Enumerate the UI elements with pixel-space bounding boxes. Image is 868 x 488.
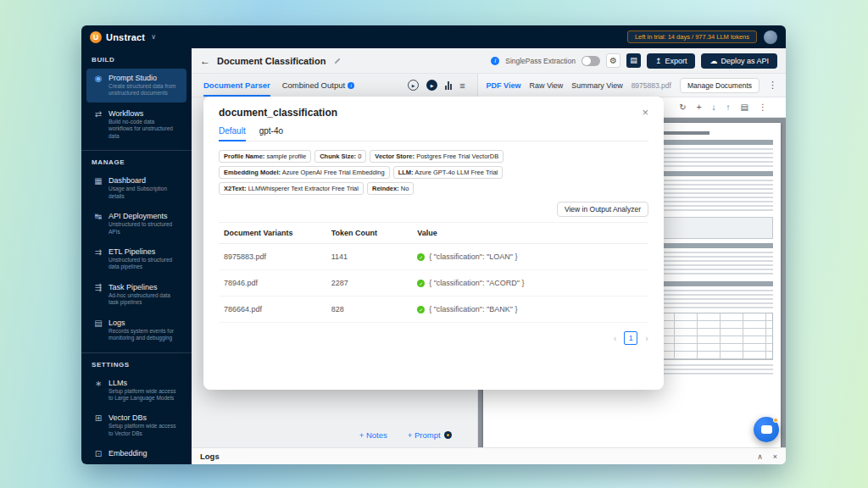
sidebar-item-dashboard[interactable]: ▦ Dashboard Usage and Subscription detai…	[86, 171, 186, 205]
sidebar-item-api-deployments[interactable]: ↹ API Deployments Unstructured to struct…	[86, 207, 186, 241]
brand-menu[interactable]: U Unstract ∨	[90, 31, 156, 43]
sidebar-item-desc: Usage and Subscription details	[108, 186, 180, 200]
token-count-cell: 2287	[326, 270, 412, 297]
export-button[interactable]: ↥ Export	[647, 53, 696, 69]
pdf-more-icon[interactable]: ⋮	[759, 103, 767, 112]
help-chat-button[interactable]	[754, 417, 779, 442]
tab-raw-view[interactable]: Raw View	[529, 81, 563, 90]
rotate-icon[interactable]: ↻	[679, 103, 686, 112]
sidebar-item-etl-pipelines[interactable]: ⇉ ETL Pipelines Unstructured to structur…	[86, 242, 186, 276]
play-circle-icon[interactable]: ▶	[408, 80, 419, 91]
prompt-info-badge	[444, 431, 452, 439]
prompt-pane-tabs: Document Parser Combined Output i ▶ ▶ ≡	[192, 74, 477, 97]
tab-label: Combined Output	[282, 80, 345, 90]
profile-chips: Profile Name: sample profile Chunk Size:…	[219, 150, 648, 195]
modal-tabs: Default gpt-4o	[219, 126, 648, 141]
unstract-logo-icon: U	[90, 31, 102, 43]
sidebar-section-manage: MANAGE	[81, 151, 192, 169]
success-status-icon: ✓	[417, 306, 425, 313]
tab-document-parser[interactable]: Document Parser	[203, 74, 270, 97]
sidebar-item-label: ETL Pipelines	[108, 247, 180, 256]
modal-close-icon[interactable]: ×	[642, 107, 648, 118]
sidebar-item-llms[interactable]: ∗ LLMs Setup platform wide access to Lar…	[86, 374, 186, 408]
sidebar-item-label: API Deployments	[108, 212, 180, 220]
chip-value: Postgres Free Trial VectorDB	[416, 152, 498, 160]
add-notes-button[interactable]: + Notes	[359, 430, 387, 440]
settings-gear-icon[interactable]: ⚙	[606, 53, 620, 68]
sidebar-item-desc: Build no-code data workflows for unstruc…	[108, 119, 180, 140]
list-view-icon[interactable]: ≡	[459, 80, 465, 91]
tab-pdf-view[interactable]: PDF View	[487, 81, 521, 90]
sidebar-item-desc: Ad-hoc unstructured data task pipelines	[108, 292, 180, 307]
analytics-icon[interactable]	[445, 81, 452, 90]
logs-close-icon[interactable]: ×	[773, 452, 777, 461]
chip-label: Vector Store:	[375, 152, 415, 160]
document-variant-cell: 78946.pdf	[219, 270, 326, 297]
manage-documents-button[interactable]: Manage Documents	[680, 78, 760, 93]
vector-dbs-icon: ⊞	[93, 413, 103, 437]
view-output-analyzer-button[interactable]: View in Output Analyzer	[557, 202, 648, 217]
workflows-icon: ⇄	[93, 109, 103, 140]
results-table: Document Variants Token Count Value 8975…	[219, 222, 648, 323]
user-avatar[interactable]	[764, 30, 777, 44]
pagination-prev-icon[interactable]: ‹	[614, 333, 617, 343]
api-deployments-icon: ↹	[93, 212, 103, 236]
upload-icon[interactable]: ↑	[726, 103, 731, 112]
chip-vector-store: Vector Store: Postgres Free Trial Vector…	[370, 150, 504, 163]
sidebar-item-label: Dashboard	[108, 176, 180, 185]
singlepass-toggle[interactable]	[581, 56, 600, 66]
guide-book-icon[interactable]: ▤	[626, 53, 641, 68]
sidebar-item-vector-dbs[interactable]: ⊞ Vector DBs Setup platform wide access …	[86, 408, 186, 442]
table-row[interactable]: 786664.pdf 828 ✓{ "classification": "BAN…	[219, 297, 648, 323]
chip-llm: LLM: Azure GPT-4o LLM Free Trial	[393, 166, 504, 179]
singlepass-label: SinglePass Extraction	[505, 57, 576, 65]
logs-icon: ▤	[93, 319, 103, 342]
chip-label: Chunk Size:	[320, 152, 356, 160]
sidebar-item-logs[interactable]: ▤ Logs Records system events for monitor…	[86, 313, 186, 347]
table-row[interactable]: 78946.pdf 2287 ✓{ "classification": "ACO…	[219, 270, 648, 297]
chip-x2text: X2Text: LLMWhisperer Text Extractor Free…	[219, 182, 364, 195]
chip-label: Reindex:	[372, 185, 399, 192]
prompt-pane-footer: + Notes + Prompt	[192, 422, 477, 447]
sidebar-item-prompt-studio[interactable]: ◉ Prompt Studio Create structured data f…	[86, 69, 186, 103]
tab-gpt-4o[interactable]: gpt-4o	[259, 126, 283, 141]
download-icon[interactable]: ↓	[712, 103, 716, 112]
task-pipelines-icon: ⇶	[93, 283, 103, 307]
add-prompt-button[interactable]: + Prompt	[408, 430, 452, 440]
edit-title-icon[interactable]	[335, 58, 341, 64]
sidebar-item-task-pipelines[interactable]: ⇶ Task Pipelines Ad-hoc unstructured dat…	[86, 278, 186, 312]
table-row[interactable]: 8975883.pdf 1141 ✓{ "classification": "L…	[219, 244, 648, 270]
token-count-cell: 1141	[326, 244, 412, 270]
run-all-icon[interactable]: ▶	[426, 80, 437, 91]
document-more-icon[interactable]: ⋮	[768, 80, 777, 90]
pagination-page-1[interactable]: 1	[624, 331, 637, 345]
sidebar-item-label: Logs	[108, 319, 180, 327]
chip-profile-name: Profile Name: sample profile	[219, 150, 311, 163]
chip-label: Embedding Model:	[224, 169, 281, 176]
back-button[interactable]: ←	[200, 55, 210, 67]
tab-default[interactable]: Default	[219, 126, 246, 141]
sidebar-item-embedding[interactable]: ⊡ Embedding	[86, 444, 186, 464]
print-icon[interactable]: ▤	[741, 103, 748, 112]
tab-summary-view[interactable]: Summary View	[571, 81, 622, 90]
chip-value: LLMWhisperer Text Extractor Free Trial	[248, 185, 359, 192]
pan-icon[interactable]: +	[697, 103, 702, 112]
logs-collapse-icon[interactable]: ∧	[757, 452, 763, 461]
logs-bar[interactable]: Logs ∧ ×	[192, 447, 786, 464]
sidebar-item-workflows[interactable]: ⇄ Workflows Build no-code data workflows…	[86, 104, 186, 145]
pagination-next-icon[interactable]: ›	[645, 333, 648, 343]
singlepass-info-icon[interactable]: i	[491, 57, 499, 65]
pagination: ‹ 1 ›	[219, 331, 648, 345]
embedding-icon: ⊡	[93, 449, 103, 459]
sidebar-item-label: Workflows	[108, 109, 180, 118]
app-window: U Unstract ∨ Left in trial: 14 days / 97…	[81, 25, 786, 464]
deploy-api-button[interactable]: ☁ Deploy as API	[701, 53, 777, 69]
value-cell: { "classification": "ACORD" }	[429, 279, 524, 287]
dashboard-icon: ▦	[93, 176, 103, 200]
sidebar-item-desc: Setup platform wide access to Vector DBs	[108, 423, 180, 437]
sidebar-item-label: Embedding	[108, 449, 147, 458]
chip-embedding-model: Embedding Model: Azure OpenAI Free Trial…	[219, 166, 390, 179]
sidebar-item-label: LLMs	[108, 379, 180, 387]
toggle-knob	[582, 57, 591, 65]
tab-combined-output[interactable]: Combined Output i	[282, 74, 354, 97]
